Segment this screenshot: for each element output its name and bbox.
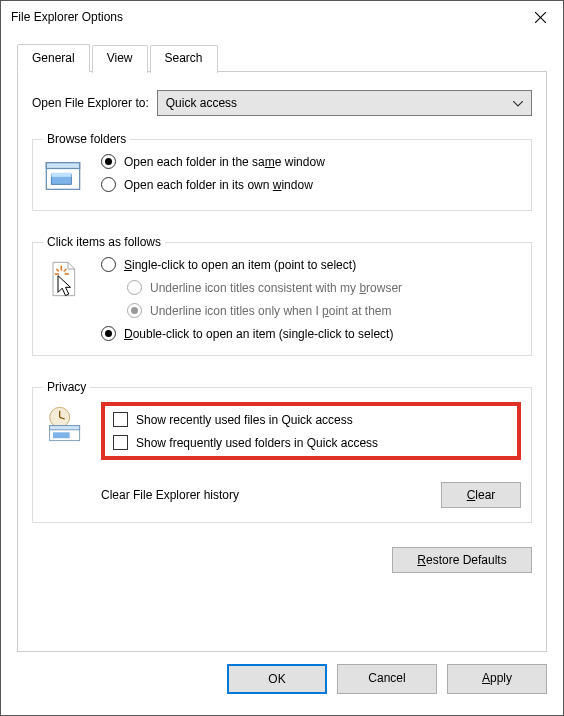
clear-history-label: Clear File Explorer history [101,488,239,502]
radio-icon [101,177,116,192]
radio-own-window[interactable]: Open each folder in its own window [101,177,521,192]
svg-rect-5 [51,173,71,177]
click-legend: Click items as follows [43,235,165,249]
close-button[interactable] [518,1,563,33]
browse-legend: Browse folders [43,132,130,146]
clear-button[interactable]: Clear [441,482,521,508]
open-to-value: Quick access [166,96,237,110]
radio-underline-point: Underline icon titles only when I point … [101,303,521,318]
apply-button[interactable]: Apply [447,664,547,694]
tab-strip: General View Search [17,43,547,72]
radio-double-click[interactable]: Double-click to open an item (single-cli… [101,326,521,341]
cancel-button[interactable]: Cancel [337,664,437,694]
dialog-buttons: OK Cancel Apply [1,652,563,694]
click-items-group: Click items as follows Single-click to o… [32,235,532,356]
radio-underline-browser: Underline icon titles consistent with my… [101,280,521,295]
privacy-legend: Privacy [43,380,90,394]
window-title: File Explorer Options [11,10,518,24]
radio-icon [101,257,116,272]
radio-icon [127,280,142,295]
checkbox-icon [113,435,128,450]
ok-button[interactable]: OK [227,664,327,694]
radio-icon [101,154,116,169]
privacy-group: Privacy Show recently used files in Quic… [32,380,532,523]
restore-defaults-button[interactable]: Restore Defaults [392,547,532,573]
svg-rect-16 [53,432,70,438]
radio-same-window[interactable]: Open each folder in the same window [101,154,521,169]
titlebar: File Explorer Options [1,1,563,33]
history-icon [43,402,91,508]
folder-window-icon [43,154,91,196]
browse-folders-group: Browse folders Open each folder in the s… [32,132,532,211]
highlight-box: Show recently used files in Quick access… [101,402,521,460]
svg-rect-3 [46,163,79,169]
chevron-down-icon [513,96,523,110]
radio-icon [127,303,142,318]
tab-view[interactable]: View [92,45,148,73]
checkbox-recent-files[interactable]: Show recently used files in Quick access [113,412,509,427]
tab-general[interactable]: General [17,44,90,72]
close-icon [535,12,546,23]
radio-icon [101,326,116,341]
open-to-select[interactable]: Quick access [157,90,532,116]
tab-search[interactable]: Search [150,45,218,73]
checkbox-icon [113,412,128,427]
checkbox-frequent-folders[interactable]: Show frequently used folders in Quick ac… [113,435,509,450]
open-to-label: Open File Explorer to: [32,96,149,110]
cursor-file-icon [43,257,91,341]
svg-rect-15 [50,426,80,430]
tab-panel-general: Open File Explorer to: Quick access Brow… [17,72,547,652]
radio-single-click[interactable]: Single-click to open an item (point to s… [101,257,521,272]
